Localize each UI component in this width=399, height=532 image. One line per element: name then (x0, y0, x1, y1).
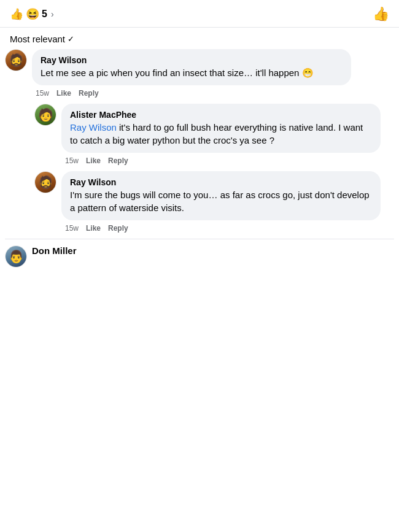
comment-item-partial: 👨 Don Miller (5, 239, 394, 268)
comment-text: Let me see a pic when you find an insect… (41, 66, 343, 79)
reply-button[interactable]: Reply (108, 224, 128, 233)
comment-actions: 15w Like Reply (61, 154, 394, 166)
thumb-up-button[interactable]: 👍 (373, 6, 389, 22)
avatar: 👨 (5, 245, 27, 268)
like-emoji: 👍 (10, 9, 23, 20)
reply-button[interactable]: Reply (108, 156, 128, 165)
comment-item: 🧔 Ray Wilson Let me see a pic when you f… (5, 49, 394, 99)
like-button[interactable]: Like (86, 224, 101, 233)
sort-chevron-icon: ✓ (68, 34, 74, 44)
avatar: 🧔 (5, 49, 27, 71)
like-button[interactable]: Like (86, 156, 101, 165)
comment-time: 15w (65, 156, 79, 165)
avatar: 🧑 (34, 104, 56, 126)
partial-comment-author: Don Miller (32, 245, 394, 256)
comment-actions: 15w Like Reply (61, 222, 394, 234)
thumb-up-icon: 👍 (373, 6, 389, 21)
comment-bubble: Ray Wilson I'm sure the bugs will come t… (61, 171, 381, 220)
comment-author: Alister MacPhee (70, 110, 372, 120)
comment-time: 15w (36, 89, 49, 98)
comment-text: Ray Wilson it's hard to go full bush hea… (70, 121, 372, 147)
comment-bubble: Alister MacPhee Ray Wilson it's hard to … (61, 104, 381, 153)
comments-list: 🧔 Ray Wilson Let me see a pic when you f… (0, 49, 399, 268)
comment-bubble: Ray Wilson Let me see a pic when you fin… (32, 49, 351, 85)
comment-item: 🧔 Ray Wilson I'm sure the bugs will come… (34, 171, 394, 234)
comment-author: Ray Wilson (41, 55, 343, 65)
top-bar: 👍 😆 5 › 👍 (0, 0, 399, 28)
comment-author: Ray Wilson (70, 177, 372, 187)
comment-time: 15w (65, 224, 79, 233)
haha-emoji: 😆 (26, 9, 39, 20)
reaction-count: 5 (42, 9, 47, 20)
comment-item: 🧑 Alister MacPhee Ray Wilson it's hard t… (34, 104, 394, 166)
reactions-chevron-icon[interactable]: › (51, 9, 54, 19)
reactions-row[interactable]: 👍 😆 5 › (10, 9, 54, 20)
avatar: 🧔 (34, 171, 56, 193)
like-button[interactable]: Like (56, 89, 71, 98)
sort-row[interactable]: Most relevant ✓ (0, 28, 399, 49)
reply-button[interactable]: Reply (79, 89, 99, 98)
sort-label: Most relevant (10, 34, 65, 44)
mention: Ray Wilson (70, 122, 117, 133)
comment-actions: 15w Like Reply (32, 87, 394, 99)
comment-text: I'm sure the bugs will come to you… as f… (70, 188, 372, 214)
